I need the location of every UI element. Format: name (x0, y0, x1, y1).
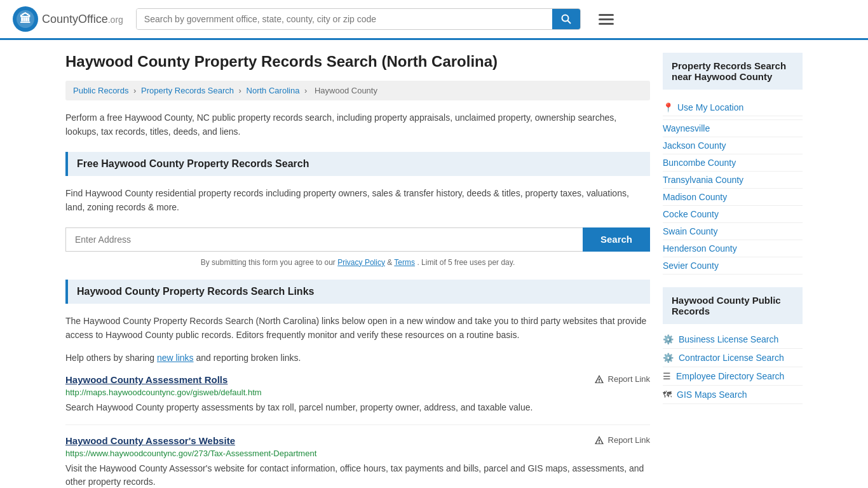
link-item-assessment-rolls: Haywood County Assessment Rolls Report L… (65, 374, 650, 425)
location-pin-icon: 📍 (663, 102, 674, 112)
waynesville-link[interactable]: Waynesville (663, 123, 710, 133)
business-license-link[interactable]: Business License Search (679, 334, 778, 344)
hamburger-line-1 (599, 14, 614, 16)
sidebar-item-buncombe-county[interactable]: Buncombe County (663, 154, 803, 172)
sidebar-item-transylvania-county[interactable]: Transylvania County (663, 172, 803, 189)
map-icon: 🗺 (663, 390, 672, 400)
sidebar-item-henderson-county[interactable]: Henderson County (663, 240, 803, 257)
sidebar-item-cocke-county[interactable]: Cocke County (663, 206, 803, 223)
assessment-rolls-description: Search Haywood County property assessmen… (65, 401, 650, 414)
contractor-license-link[interactable]: Contractor License Search (679, 353, 784, 363)
breadcrumb: Public Records › Property Records Search… (65, 81, 650, 100)
sidebar-item-waynesville[interactable]: Waynesville (663, 120, 803, 137)
global-search-bar[interactable] (136, 8, 581, 30)
gis-maps-link[interactable]: GIS Maps Search (677, 390, 747, 400)
report-icon-2 (594, 435, 604, 445)
breadcrumb-public-records[interactable]: Public Records (73, 86, 128, 95)
gear-icon-1: ⚙️ (663, 334, 674, 344)
assessor-website-description: Visit the Haywood County Assessor's webs… (65, 462, 650, 488)
sidebar-item-swain-county[interactable]: Swain County (663, 223, 803, 240)
jackson-county-link[interactable]: Jackson County (663, 140, 726, 151)
sidebar: Property Records Search near Haywood Cou… (663, 53, 803, 488)
assessment-rolls-url: http://maps.haywoodcountync.gov/gisweb/d… (65, 388, 650, 397)
sidebar-item-business-license[interactable]: ⚙️ Business License Search (663, 330, 803, 349)
site-header: 🏛 CountyOffice.org (0, 0, 868, 40)
report-link-btn-1[interactable]: Report Link (594, 435, 650, 445)
use-location-btn[interactable]: 📍 Use My Location (663, 99, 803, 116)
sidebar-nearby-header: Property Records Search near Haywood Cou… (663, 53, 803, 90)
hamburger-line-2 (599, 18, 614, 20)
gear-icon-2: ⚙️ (663, 353, 674, 363)
henderson-county-link[interactable]: Henderson County (663, 243, 737, 254)
assessment-rolls-title[interactable]: Haywood County Assessment Rolls (65, 374, 227, 385)
page-description: Perform a free Haywood County, NC public… (65, 111, 650, 139)
sidebar-nearby-list: 📍 Use My Location Waynesville Jackson Co… (663, 96, 803, 274)
svg-text:🏛: 🏛 (20, 12, 31, 25)
assessor-website-url: https://www.haywoodcountync.gov/273/Tax-… (65, 449, 650, 458)
report-icon (594, 374, 604, 384)
free-search-description: Find Haywood County residential property… (65, 186, 650, 215)
privacy-policy-link[interactable]: Privacy Policy (337, 258, 385, 267)
links-section: Haywood County Property Records Search L… (65, 280, 650, 488)
sevier-county-link[interactable]: Sevier County (663, 261, 719, 271)
link-item-assessor-website: Haywood County Assessor's Website Report… (65, 435, 650, 488)
report-link-btn-0[interactable]: Report Link (594, 374, 650, 384)
swain-county-link[interactable]: Swain County (663, 226, 717, 236)
new-links-link[interactable]: new links (157, 353, 194, 363)
svg-point-3 (562, 15, 568, 22)
cocke-county-link[interactable]: Cocke County (663, 209, 719, 219)
madison-county-link[interactable]: Madison County (663, 192, 727, 202)
svg-line-4 (567, 21, 571, 24)
terms-link[interactable]: Terms (394, 258, 415, 267)
breadcrumb-north-carolina[interactable]: North Carolina (247, 86, 300, 95)
sidebar-item-sevier-county[interactable]: Sevier County (663, 257, 803, 274)
content-area: Haywood County Property Records Search (… (65, 53, 650, 488)
sidebar-public-records-header: Haywood County Public Records (663, 287, 803, 324)
use-location-item[interactable]: 📍 Use My Location (663, 96, 803, 120)
address-search-button[interactable]: Search (583, 227, 650, 252)
free-search-section-header: Free Haywood County Property Records Sea… (65, 152, 650, 176)
links-section-description: The Haywood County Property Records Sear… (65, 314, 650, 342)
share-links-text: Help others by sharing new links and rep… (65, 351, 650, 365)
form-disclaimer: By submitting this form you agree to our… (65, 258, 650, 267)
logo-text: CountyOffice.org (42, 13, 123, 26)
address-search-form: Search (65, 227, 650, 252)
address-input[interactable] (65, 227, 583, 252)
hamburger-menu-button[interactable] (593, 9, 619, 30)
global-search-button[interactable] (552, 9, 580, 29)
list-icon: ☰ (663, 371, 671, 381)
sidebar-public-records-list: ⚙️ Business License Search ⚙️ Contractor… (663, 330, 803, 404)
main-container: Haywood County Property Records Search (… (53, 40, 815, 488)
sidebar-item-gis-maps[interactable]: 🗺 GIS Maps Search (663, 386, 803, 404)
employee-directory-link[interactable]: Employee Directory Search (676, 371, 784, 381)
free-search-section: Free Haywood County Property Records Sea… (65, 152, 650, 267)
sidebar-item-jackson-county[interactable]: Jackson County (663, 137, 803, 154)
logo[interactable]: 🏛 CountyOffice.org (13, 6, 123, 32)
sidebar-item-madison-county[interactable]: Madison County (663, 189, 803, 206)
assessor-website-title[interactable]: Haywood County Assessor's Website (65, 435, 235, 446)
search-icon (561, 14, 571, 24)
global-search-input[interactable] (137, 9, 552, 29)
logo-icon: 🏛 (13, 6, 38, 32)
hamburger-line-3 (599, 23, 614, 25)
sidebar-item-employee-directory[interactable]: ☰ Employee Directory Search (663, 367, 803, 386)
use-location-link[interactable]: Use My Location (677, 102, 743, 112)
buncombe-county-link[interactable]: Buncombe County (663, 158, 736, 168)
breadcrumb-property-records-search[interactable]: Property Records Search (141, 86, 234, 95)
links-section-header: Haywood County Property Records Search L… (65, 280, 650, 304)
transylvania-county-link[interactable]: Transylvania County (663, 175, 743, 185)
sidebar-item-contractor-license[interactable]: ⚙️ Contractor License Search (663, 349, 803, 367)
page-title: Haywood County Property Records Search (… (65, 53, 650, 71)
breadcrumb-current: Haywood County (315, 86, 377, 95)
